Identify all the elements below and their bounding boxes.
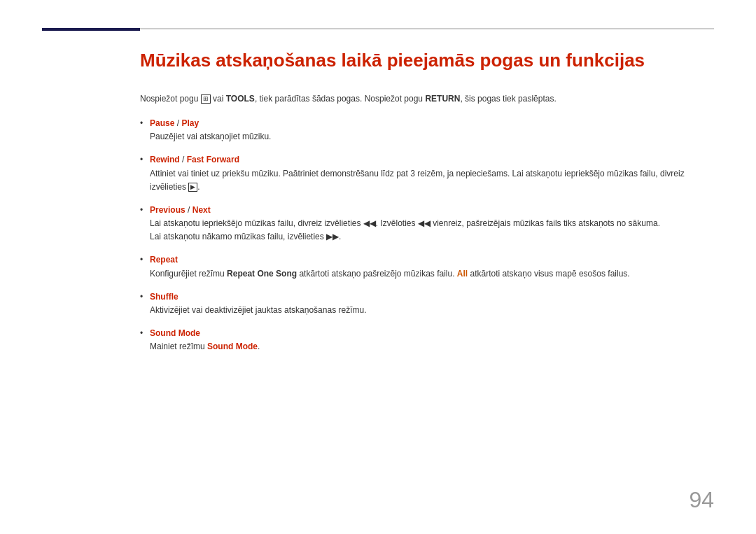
list-item-previous-next: Previous / Next Lai atskaņotu iepriekšēj… (140, 204, 714, 244)
sound-mode-desc: Mainiet režīmu Sound Mode. (150, 340, 714, 353)
list-item-repeat: Repeat Konfigurējiet režīmu Repeat One S… (140, 253, 714, 280)
page-number: 94 (689, 487, 714, 513)
intro-tools: TOOLS (226, 94, 255, 104)
top-border (42, 28, 714, 29)
list-item-shuffle: Shuffle Aktivizējiet vai deaktivizējiet … (140, 290, 714, 317)
intro-text-mid: , tiek parādītas šādas pogas. Nospiežot … (255, 94, 426, 104)
repeat-title: Repeat (150, 255, 178, 265)
previous-desc2: Lai atskaņotu nākamo mūzikas failu, izvē… (150, 230, 714, 244)
next-title: Next (192, 205, 211, 215)
pause-title: Pause (150, 118, 174, 128)
play-title: Play (181, 118, 199, 128)
previous-desc1: Lai atskaņotu iepriekšējo mūzikas failu,… (150, 217, 714, 230)
sound-mode-title: Sound Mode (150, 328, 200, 338)
list-item-sound-mode: Sound Mode Mainiet režīmu Sound Mode. (140, 327, 714, 353)
sound-mode-ref: Sound Mode (207, 342, 258, 351)
content-area: Mūzikas atskaņošanas laikā pieejamās pog… (140, 49, 714, 354)
rewind-ff-desc: Attiniet vai tiniet uz priekšu mūziku. P… (150, 167, 714, 194)
repeat-all: All (457, 269, 468, 279)
pause-play-desc: Pauzējiet vai atskaņojiet mūziku. (150, 130, 714, 143)
page-container: Mūzikas atskaņošanas laikā pieejamās pog… (0, 0, 756, 534)
rewind-title: Rewind (150, 155, 180, 164)
page-title: Mūzikas atskaņošanas laikā pieejamās pog… (140, 49, 714, 73)
intro-text-end: , šis pogas tiek paslēptas. (460, 94, 556, 104)
previous-title: Previous (150, 205, 186, 215)
fastforward-title: Fast Forward (187, 155, 239, 164)
feature-list: Pause / Play Pauzējiet vai atskaņojiet m… (140, 117, 714, 354)
shuffle-title: Shuffle (150, 292, 178, 302)
intro-paragraph: Nospiežot pogu ⊞ vai TOOLS, tiek parādīt… (140, 92, 714, 106)
play-icon: ▶ (188, 183, 197, 192)
list-item-rewind-ff: Rewind / Fast Forward Attiniet vai tinie… (140, 153, 714, 194)
list-item-pause-play: Pause / Play Pauzējiet vai atskaņojiet m… (140, 117, 714, 143)
left-accent (42, 28, 140, 31)
intro-text-before: Nospiežot pogu (140, 94, 201, 104)
tools-icon: ⊞ (201, 94, 211, 104)
intro-text-vai: vai (211, 94, 226, 104)
shuffle-desc: Aktivizējiet vai deaktivizējiet jauktas … (150, 304, 714, 317)
repeat-desc: Konfigurējiet režīmu Repeat One Song atk… (150, 267, 714, 281)
repeat-one-song: Repeat One Song (227, 269, 297, 279)
intro-return: RETURN (425, 94, 460, 104)
